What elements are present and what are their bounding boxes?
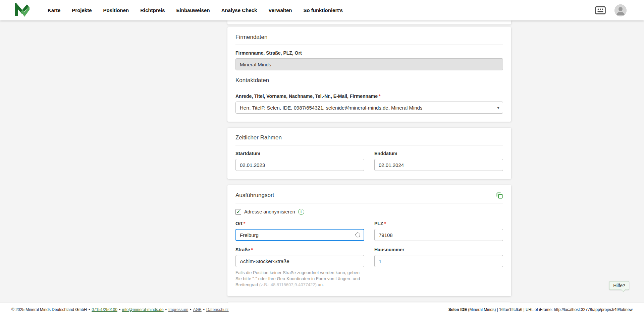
help-button-label: Hilfe? — [613, 283, 625, 288]
section-divider — [235, 145, 503, 145]
separator-dot: • — [165, 307, 167, 312]
copy-icon[interactable] — [496, 192, 503, 199]
nav-item-richtpreis[interactable]: Richtpreis — [140, 7, 165, 13]
hausnummer-label: Hausnummer — [374, 247, 503, 252]
nav-item-analyse-check[interactable]: Analyse Check — [221, 7, 257, 13]
footer-email-link[interactable]: info@mineral-minds.de — [122, 307, 164, 312]
hausnummer-input[interactable] — [374, 255, 503, 267]
startdatum-field: Startdatum — [235, 151, 364, 171]
form-column: Firmendaten Firmenname, Straße, PLZ, Ort… — [227, 20, 511, 308]
strasse-input[interactable] — [235, 255, 364, 267]
kontakt-select[interactable]: Herr, TitelP, Selen, IDE, 0987/654321, s… — [235, 102, 503, 114]
header-actions — [595, 4, 627, 16]
firmenname-label: Firmenname, Straße, PLZ, Ort — [235, 50, 503, 56]
kontaktdaten-title: Kontaktdaten — [235, 77, 503, 84]
ort-label-text: Ort — [235, 221, 243, 226]
firmendaten-card: Firmendaten Firmenname, Straße, PLZ, Ort… — [227, 27, 511, 122]
copyright-text: © 2025 Mineral Minds Deutschland GmbH — [11, 307, 87, 312]
footer: © 2025 Mineral Minds Deutschland GmbH • … — [0, 303, 644, 316]
ort-input[interactable] — [235, 229, 364, 241]
plz-input[interactable] — [374, 229, 503, 241]
debug-info: Selen IDE (Mineral Minds) | 16fae1ffc6a6… — [448, 307, 633, 312]
help-button[interactable]: Hilfe? — [609, 281, 629, 290]
anonymisieren-label[interactable]: Adresse anonymisieren — [244, 209, 295, 214]
server-icon[interactable] — [595, 6, 606, 15]
main-nav: Karte Projekte Positionen Richtpreis Ein… — [48, 7, 343, 13]
top-navbar: Karte Projekte Positionen Richtpreis Ein… — [0, 0, 644, 20]
ausfuehrungsort-title: Ausführungsort — [235, 192, 274, 199]
nav-item-projekte[interactable]: Projekte — [72, 7, 92, 13]
ort-field: Ort* — [235, 221, 364, 241]
required-asterisk: * — [251, 247, 253, 252]
nav-item-einbauweisen[interactable]: Einbauweisen — [176, 7, 210, 13]
kontakt-select-value: Herr, TitelP, Selen, IDE, 0987/654321, s… — [240, 105, 422, 111]
required-asterisk: * — [244, 221, 245, 226]
startdatum-label: Startdatum — [235, 151, 364, 156]
section-divider — [235, 88, 503, 88]
strasse-label: Straße* — [235, 247, 364, 252]
section-divider — [235, 45, 503, 45]
footer-datenschutz-link[interactable]: Datenschutz — [206, 307, 229, 312]
footer-links: © 2025 Mineral Minds Deutschland GmbH • … — [11, 307, 229, 312]
plz-label-text: PLZ — [374, 221, 383, 226]
previous-card-partial — [227, 20, 511, 24]
strasse-label-text: Straße — [235, 247, 250, 252]
zeitlicher-rahmen-card: Zeitlicher Rahmen Startdatum Enddatum — [227, 128, 511, 179]
separator-dot: • — [203, 307, 205, 312]
debug-details: (Mineral Minds) | 16fae1ffc6a6 | URL of … — [467, 307, 633, 312]
footer-impressum-link[interactable]: Impressum — [168, 307, 188, 312]
section-divider — [235, 203, 503, 203]
kontakt-label: Anrede, Titel, Vorname, Nachname, Tel.-N… — [235, 93, 503, 99]
anonymisieren-row: ✓ Adresse anonymisieren i — [235, 209, 503, 215]
ausfuehrungsort-card: Ausführungsort ✓ Adresse anonymisieren i… — [227, 185, 511, 296]
hint-example: (z.B.: 48.8115607,9.4077422) — [259, 282, 317, 287]
separator-dot: • — [119, 307, 120, 312]
footer-phone-link[interactable]: 07151/250100 — [92, 307, 117, 312]
hint-suffix: an. — [317, 282, 324, 287]
plz-field: PLZ* — [374, 221, 503, 241]
enddatum-label: Enddatum — [374, 151, 503, 156]
debug-app-name: Selen IDE — [448, 307, 467, 312]
required-asterisk: * — [379, 93, 380, 99]
brand-logo[interactable] — [15, 3, 30, 18]
nav-item-positionen[interactable]: Positionen — [103, 7, 129, 13]
required-asterisk: * — [384, 221, 386, 226]
nav-item-so-funktionierts[interactable]: So funktioniert's — [303, 7, 343, 13]
zeitlicher-rahmen-title: Zeitlicher Rahmen — [235, 134, 503, 141]
chevron-down-icon: ▾ — [497, 105, 499, 110]
user-avatar[interactable] — [614, 4, 627, 16]
ort-label: Ort* — [235, 221, 364, 226]
startdatum-input[interactable] — [235, 159, 364, 171]
strasse-hint: Falls die Position keiner Straße zugeord… — [235, 270, 365, 288]
separator-dot: • — [190, 307, 191, 312]
hausnummer-field: Hausnummer — [374, 247, 503, 267]
enddatum-field: Enddatum — [374, 151, 503, 171]
footer-agb-link[interactable]: AGB — [193, 307, 201, 312]
nav-item-verwalten[interactable]: Verwalten — [268, 7, 292, 13]
info-icon[interactable]: i — [298, 209, 304, 215]
kontakt-label-text: Anrede, Titel, Vorname, Nachname, Tel.-N… — [235, 93, 378, 99]
mineral-minds-logo-icon — [15, 3, 30, 18]
firmendaten-title: Firmendaten — [235, 34, 503, 41]
person-icon — [614, 4, 627, 16]
enddatum-input[interactable] — [374, 159, 503, 171]
strasse-field: Straße* — [235, 247, 364, 267]
check-icon: ✓ — [236, 209, 240, 214]
separator-dot: • — [89, 307, 90, 312]
firmenname-input — [235, 58, 503, 70]
anonymisieren-checkbox[interactable]: ✓ — [235, 209, 241, 215]
plz-label: PLZ* — [374, 221, 503, 226]
nav-item-karte[interactable]: Karte — [48, 7, 60, 13]
